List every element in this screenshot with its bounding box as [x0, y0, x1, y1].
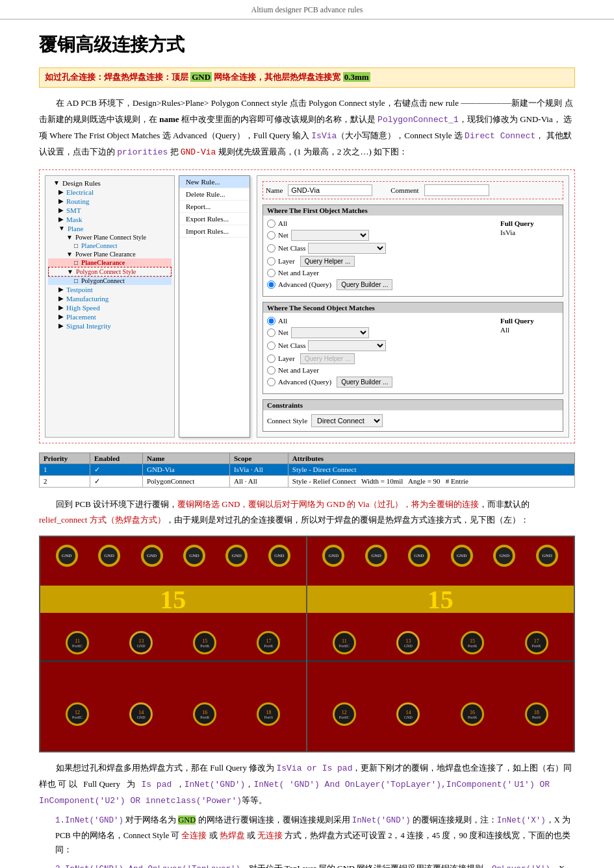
fq-label-2: Full Query [500, 317, 559, 325]
menu-delete-rule[interactable]: Delete Rule... [179, 188, 249, 201]
radio-netclass-input[interactable] [267, 244, 275, 253]
rule-tree: ▼ Design Rules ▶ Electrical ▶ Routing ▶ … [45, 175, 175, 438]
tree-design-rules[interactable]: ▼ Design Rules [48, 179, 172, 188]
s-radio-netlayer-input[interactable] [267, 366, 275, 375]
tree-label: Power Plane Connect Style [75, 234, 146, 241]
query-helper-btn-1[interactable]: Query Helper ... [300, 256, 355, 267]
table-row[interactable]: 2 ✓ PolygonConnect All · All Style - Rel… [40, 475, 575, 487]
via-pad: GND [268, 545, 290, 567]
netclass-select[interactable] [308, 243, 386, 254]
radio-layer-input[interactable] [267, 257, 275, 266]
component-pad: 11 PortIC [66, 631, 89, 654]
tree-label: Mask [66, 216, 82, 223]
s-query-helper-btn[interactable]: Query Helper ... [300, 353, 355, 364]
s-radio-layer: Layer Query Helper ... [267, 353, 495, 364]
tree-mask[interactable]: ▶ Mask [48, 215, 172, 224]
via-pad: GND [141, 545, 163, 567]
query-builder-btn-1[interactable]: Query Builder ... [337, 279, 392, 290]
radio-all-input[interactable] [267, 219, 275, 228]
tree-label: Testpoint [66, 286, 93, 293]
tree-polygonstyle[interactable]: ▼ Polygon Connect Style [48, 267, 172, 277]
highlight-text: 如过孔全连接：焊盘热焊盘连接：顶层 GND 网络全连接，其他层热焊盘连接宽 0.… [45, 72, 370, 82]
s-radio-netclass: Net Class [267, 340, 495, 351]
menu-report[interactable]: Report... [179, 201, 249, 213]
via-label: GND [543, 553, 552, 558]
s-radio-advanced-input[interactable] [267, 378, 275, 386]
via-pad: GND [493, 545, 515, 567]
pad-num: 14 [405, 710, 411, 715]
menu-new-rule[interactable]: New Rule... [179, 176, 249, 188]
tree-plane[interactable]: ▼ Plane [48, 224, 172, 233]
s-netclass-select[interactable] [308, 340, 386, 351]
s-radio-net-input[interactable] [267, 329, 275, 337]
tree-routing[interactable]: ▶ Routing [48, 197, 172, 206]
tree-planeclearance[interactable]: □ PlaneClearance [48, 258, 172, 267]
second-fullquery-col: Full Query All [500, 317, 559, 390]
via-label: GND [62, 553, 71, 558]
pad-num: 17 [266, 638, 271, 644]
via-label: GND [147, 553, 157, 558]
name-input[interactable] [288, 184, 372, 196]
radio-netlayer: Net and Layer [267, 269, 495, 277]
menu-import-rules[interactable]: Import Rules... [179, 225, 249, 238]
tree-placement[interactable]: ▶ Placement [48, 312, 172, 321]
s-net-select[interactable] [291, 327, 369, 338]
tree-electrical[interactable]: ▶ Electrical [48, 188, 172, 197]
menu-export-rules[interactable]: Export Rules... [179, 213, 249, 225]
tree-label: SMT [66, 206, 81, 214]
pad-num: 12 [75, 710, 80, 715]
tree-highspeed[interactable]: ▶ High Speed [48, 303, 172, 312]
tree-ppcs[interactable]: ▼ Power Plane Connect Style [48, 233, 172, 242]
s-radio-netclass-input[interactable] [267, 341, 275, 350]
radio-net-input[interactable] [267, 231, 275, 240]
numbered-item-1: 1.InNet('GND') 对于网络名为 GND 的网络进行覆铜连接，覆铜连接… [39, 813, 575, 858]
where-second-section: Where The Second Object Matches All Net [262, 302, 563, 394]
via-label: GND [414, 553, 424, 558]
rule-name-row: Name Comment [262, 181, 563, 199]
radio-netlayer-input[interactable] [267, 269, 275, 277]
s-radio-layer-label: Layer [278, 354, 295, 362]
tree-manufacturing[interactable]: ▶ Manufacturing [48, 294, 172, 303]
tree-testpoint[interactable]: ▶ Testpoint [48, 285, 172, 294]
tree-label: PlaneConnect [81, 242, 118, 249]
pad-net: PortK [468, 715, 477, 719]
s-radio-all-input[interactable] [267, 317, 275, 325]
s-radio-all-label: All [278, 317, 287, 325]
tree-polygonconnect[interactable]: □ PolygonConnect [48, 277, 172, 285]
component-pad: 12 PortIC [66, 702, 89, 726]
radio-advanced-input[interactable] [267, 280, 275, 289]
connect-style-label: Connect Style [267, 417, 307, 425]
page-title: 覆铜高级连接方式 [39, 32, 575, 57]
s-radio-layer-input[interactable] [267, 354, 275, 363]
tree-signalintegrity[interactable]: ▶ Signal Integrity [48, 321, 172, 330]
tree-ppclear[interactable]: ▼ Power Plane Clearance [48, 250, 172, 258]
tree-label: Placement [66, 313, 96, 321]
tree-label: PolygonConnect [81, 277, 125, 284]
cell-name: GND-Via [142, 464, 229, 475]
tree-icon: □ [74, 242, 78, 249]
pad-net: GND [404, 644, 413, 648]
tree-smt[interactable]: ▶ SMT [48, 206, 172, 215]
tree-icon: ▶ [58, 206, 64, 214]
page-header: Altium designer PCB advance rules [0, 0, 614, 19]
pad-net: PortIC [72, 644, 83, 648]
constraints-title: Constraints [263, 400, 563, 410]
tree-icon: ▼ [66, 234, 73, 241]
net-select[interactable] [291, 230, 369, 241]
fq-value-2: All [500, 326, 559, 334]
constraints-section: Constraints Connect Style Direct Connect… [262, 399, 563, 432]
header-title: Altium designer PCB advance rules [251, 5, 363, 14]
s-query-builder-btn[interactable]: Query Builder ... [337, 377, 392, 388]
paragraph-2: 回到 PCB 设计环境下进行覆铜，覆铜网络选 GND，覆铜以后对于网络为 GND… [39, 497, 575, 528]
tree-icon: ▶ [58, 188, 64, 195]
comment-input[interactable] [424, 184, 489, 196]
pad-net: PortK [468, 644, 477, 648]
tree-planeconnect[interactable]: □ PlaneConnect [48, 242, 172, 250]
table-row[interactable]: 1 ✓ GND-Via IsVia · All Style - Direct C… [40, 464, 575, 475]
cell-name: PolygonConnect [142, 475, 229, 487]
pad-net: PortK [200, 644, 209, 648]
radio-advanced: Advanced (Query) Query Builder ... [267, 279, 495, 290]
pad-num: 16 [470, 710, 475, 715]
connect-style-select[interactable]: Direct Connect Relief Connect No Connect [311, 414, 383, 427]
component-pad: 18 PortS [525, 702, 548, 726]
